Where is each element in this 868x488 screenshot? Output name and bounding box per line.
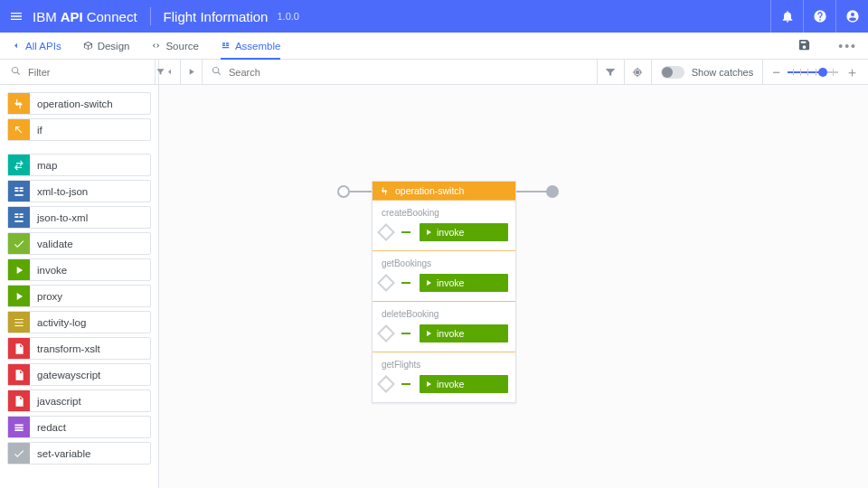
all-apis-label: All APIs: [25, 41, 61, 52]
brand-connect: Connect: [87, 9, 137, 24]
swap-icon: [8, 155, 30, 175]
brand: IBM API Connect: [33, 9, 137, 24]
tab-assemble[interactable]: Assemble: [221, 33, 281, 60]
doc-icon: [8, 364, 30, 385]
palette-item-label: xml-to-json: [30, 186, 88, 197]
flow-wire: [401, 231, 410, 233]
case-deleteBooking[interactable]: deleteBookinginvoke: [373, 301, 515, 352]
show-catches-label: Show catches: [692, 67, 753, 78]
palette-item-activity-log[interactable]: activity-log: [7, 311, 151, 333]
bars-icon: [8, 417, 30, 437]
palette-item-json-to-xml[interactable]: json-to-xml: [7, 206, 151, 229]
invoke-node[interactable]: invoke: [420, 324, 508, 343]
play-icon: [427, 331, 431, 336]
flow-wire: [401, 383, 410, 385]
invoke-label: invoke: [437, 227, 464, 238]
tab-assemble-label: Assemble: [235, 41, 281, 52]
operation-switch-node[interactable]: operation-switch createBookinginvokegetB…: [372, 181, 516, 403]
play-icon: [427, 230, 431, 235]
case-getBookings[interactable]: getBookingsinvoke: [373, 250, 515, 301]
palette-item-invoke[interactable]: invoke: [7, 258, 151, 281]
tab-design-label: Design: [98, 41, 130, 52]
palette-item-label: validate: [30, 239, 73, 249]
case-createBooking[interactable]: createBookinginvoke: [373, 200, 515, 250]
case-name: getBookings: [382, 258, 508, 268]
main-menu-button[interactable]: [0, 0, 33, 33]
play-icon: [427, 280, 431, 286]
run-button[interactable]: [181, 60, 203, 85]
palette-item-xml-to-json[interactable]: xml-to-json: [7, 180, 151, 202]
brand-ibm: IBM: [33, 9, 57, 24]
branch-icon: [380, 186, 390, 196]
all-apis-link[interactable]: All APIs: [11, 33, 61, 60]
node-title: operation-switch: [395, 185, 464, 196]
palette-item-map[interactable]: map: [7, 154, 151, 176]
zoom-out-button[interactable]: −: [772, 65, 780, 79]
palette-item-label: if: [30, 125, 42, 136]
tab-source-label: Source: [165, 41, 198, 52]
history-back-button[interactable]: [159, 60, 181, 85]
assembly-canvas[interactable]: operation-switch createBookinginvokegetB…: [159, 85, 868, 488]
more-menu-button[interactable]: •••: [838, 39, 857, 53]
flow-wire: [350, 191, 372, 192]
flow-start-node[interactable]: [337, 185, 350, 198]
case-name: getFlights: [382, 360, 508, 370]
palette-item-transform-xslt[interactable]: transform-xslt: [7, 337, 151, 360]
tool-target-button[interactable]: [624, 60, 651, 85]
palette-item-label: proxy: [30, 291, 62, 302]
palette-item-label: javascript: [30, 396, 81, 407]
brand-api: API: [61, 9, 83, 24]
condition-icon: [377, 274, 395, 292]
palette-item-label: activity-log: [30, 317, 86, 328]
flow-wire: [516, 191, 547, 192]
invoke-label: invoke: [437, 277, 464, 288]
play-icon: [427, 381, 431, 387]
palette-item-redact[interactable]: redact: [7, 416, 151, 438]
doc-icon: [8, 390, 30, 411]
palette-item-validate[interactable]: validate: [7, 232, 151, 255]
palette-item-set-variable[interactable]: set-variable: [7, 442, 151, 465]
notifications-button[interactable]: [770, 0, 803, 33]
palette-item-label: set-variable: [30, 448, 90, 459]
flow-end-node[interactable]: [546, 185, 559, 198]
show-catches-toggle[interactable]: [661, 66, 684, 79]
play-icon: [8, 259, 30, 280]
check-icon: [8, 443, 30, 464]
search-icon: [212, 66, 222, 79]
condition-icon: [377, 324, 395, 343]
palette-item-javascript[interactable]: javascript: [7, 389, 151, 412]
palette-item-label: transform-xslt: [30, 343, 100, 354]
doc-icon: [8, 338, 30, 359]
palette-filter-input[interactable]: [26, 66, 155, 79]
tab-design[interactable]: Design: [83, 33, 130, 60]
invoke-label: invoke: [437, 379, 464, 389]
case-name: deleteBooking: [382, 309, 508, 319]
play-icon: [8, 286, 30, 306]
palette-item-label: map: [30, 160, 57, 171]
zoom-slider[interactable]: [788, 71, 838, 73]
palette-item-if[interactable]: if: [7, 118, 151, 141]
account-button[interactable]: [835, 0, 868, 33]
arrow-out-icon: [8, 119, 30, 140]
transform-icon: [8, 207, 30, 228]
tool-filter-button[interactable]: [597, 60, 624, 85]
api-version: 1.0.0: [277, 11, 298, 22]
palette-item-gatewayscript[interactable]: gatewayscript: [7, 363, 151, 386]
palette-item-proxy[interactable]: proxy: [7, 285, 151, 307]
check-icon: [8, 233, 30, 254]
tab-source[interactable]: Source: [151, 33, 198, 60]
palette-sidebar: operation-switchifmapxml-to-jsonjson-to-…: [0, 85, 159, 488]
palette-item-label: invoke: [30, 265, 67, 276]
invoke-node[interactable]: invoke: [420, 375, 508, 393]
case-getFlights[interactable]: getFlightsinvoke: [373, 352, 515, 402]
palette-item-label: redact: [30, 422, 66, 433]
palette-item-operation-switch[interactable]: operation-switch: [7, 92, 151, 115]
canvas-search-input[interactable]: [227, 66, 597, 79]
condition-icon: [377, 223, 395, 241]
search-icon: [11, 66, 21, 79]
zoom-in-button[interactable]: ＋: [845, 65, 859, 79]
save-button[interactable]: [792, 38, 816, 54]
invoke-node[interactable]: invoke: [420, 223, 508, 241]
invoke-node[interactable]: invoke: [420, 274, 508, 292]
help-button[interactable]: [803, 0, 835, 33]
